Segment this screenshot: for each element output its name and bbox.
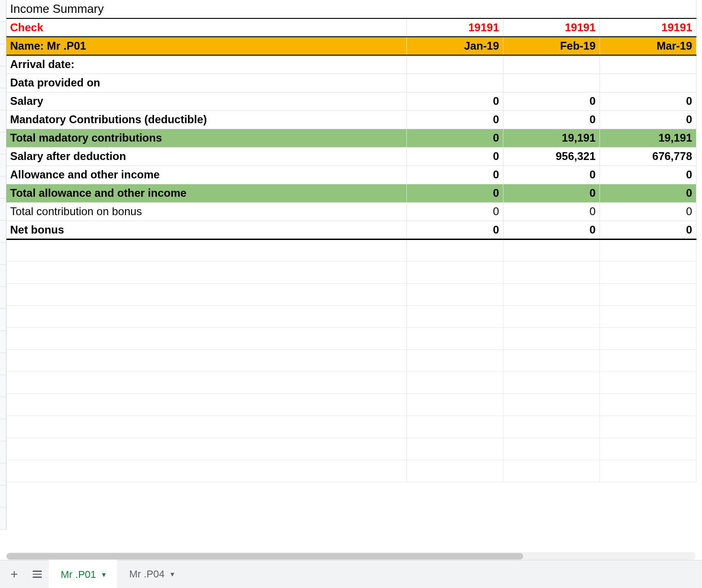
row-label-cell[interactable]: Total madatory contributions	[6, 129, 406, 147]
data-cell[interactable]: 0	[599, 221, 696, 239]
empty-cell[interactable]	[6, 327, 406, 349]
empty-cell[interactable]	[599, 416, 696, 438]
empty-cell[interactable]	[599, 283, 696, 305]
empty-cell[interactable]	[6, 239, 406, 261]
data-cell[interactable]: 0	[406, 129, 503, 147]
empty-cell[interactable]	[406, 394, 503, 416]
empty-cell[interactable]	[599, 349, 696, 371]
row-header[interactable]	[0, 132, 6, 154]
add-sheet-button[interactable]: +	[3, 564, 26, 584]
empty-cell[interactable]	[6, 438, 406, 460]
check-label-cell[interactable]: Check	[6, 18, 406, 37]
empty-cell[interactable]	[599, 371, 696, 394]
row-header[interactable]	[0, 331, 6, 353]
empty-cell[interactable]	[503, 327, 599, 349]
data-cell[interactable]: 0	[503, 92, 599, 110]
empty-cell[interactable]	[406, 371, 503, 394]
sheet-tab[interactable]: Mr .P04 ▼	[117, 560, 186, 588]
row-header[interactable]	[0, 88, 6, 110]
check-value-cell[interactable]: 19191	[503, 18, 599, 37]
empty-cell[interactable]	[406, 349, 503, 371]
row-label-cell[interactable]: Salary after deduction	[6, 147, 406, 166]
row-header[interactable]	[0, 441, 6, 463]
horizontal-scrollbar[interactable]	[6, 552, 696, 560]
spreadsheet-grid[interactable]: Income Summary Check 19191 19191 19191 N…	[6, 0, 696, 482]
empty-cell[interactable]	[503, 305, 599, 327]
data-cell[interactable]	[406, 74, 503, 92]
row-header[interactable]	[0, 265, 6, 287]
empty-cell[interactable]	[406, 239, 503, 261]
row-header[interactable]	[0, 22, 6, 44]
empty-cell[interactable]	[6, 305, 406, 327]
empty-cell[interactable]	[599, 438, 696, 460]
empty-cell[interactable]	[6, 371, 406, 394]
data-cell[interactable]: 0	[406, 184, 503, 202]
row-label-cell[interactable]: Allowance and other income	[6, 166, 406, 184]
row-header[interactable]	[0, 221, 6, 243]
data-cell[interactable]	[503, 55, 599, 74]
row-label-cell[interactable]: Mandatory Contributions (deductible)	[6, 110, 406, 129]
data-cell[interactable]: 0	[599, 166, 696, 184]
data-cell[interactable]: 0	[503, 184, 599, 202]
data-cell[interactable]: 0	[503, 166, 599, 184]
month-header-cell[interactable]: Feb-19	[503, 37, 599, 55]
row-header[interactable]	[0, 66, 6, 88]
sheet-tab-active[interactable]: Mr .P01 ▼	[49, 560, 117, 588]
empty-cell[interactable]	[503, 394, 599, 416]
empty-cell[interactable]	[6, 349, 406, 371]
data-cell[interactable]: 956,321	[503, 147, 599, 166]
row-header[interactable]	[0, 508, 6, 530]
data-cell[interactable]: 0	[599, 92, 696, 110]
data-cell[interactable]	[503, 74, 599, 92]
empty-cell[interactable]	[599, 327, 696, 349]
row-header[interactable]	[0, 419, 6, 441]
data-cell[interactable]: 676,778	[599, 147, 696, 166]
empty-cell[interactable]	[599, 460, 696, 482]
empty-cell[interactable]	[406, 305, 503, 327]
row-header[interactable]	[0, 177, 6, 199]
row-header[interactable]	[0, 243, 6, 265]
empty-cell[interactable]	[503, 283, 599, 305]
row-header[interactable]	[0, 309, 6, 331]
empty-cell[interactable]	[406, 283, 503, 305]
data-cell[interactable]: 0	[406, 92, 503, 110]
row-header[interactable]	[0, 375, 6, 397]
empty-cell[interactable]	[406, 261, 503, 283]
title-cell[interactable]: Income Summary	[6, 0, 696, 18]
row-header[interactable]	[0, 287, 6, 309]
data-cell[interactable]: 19,191	[503, 129, 599, 147]
empty-cell[interactable]	[503, 371, 599, 394]
empty-cell[interactable]	[599, 305, 696, 327]
empty-cell[interactable]	[6, 460, 406, 482]
row-header[interactable]	[0, 199, 6, 221]
empty-cell[interactable]	[503, 261, 599, 283]
empty-cell[interactable]	[406, 416, 503, 438]
data-cell[interactable]	[599, 55, 696, 74]
empty-cell[interactable]	[6, 283, 406, 305]
row-label-cell[interactable]: Net bonus	[6, 221, 406, 239]
data-cell[interactable]: 0	[406, 166, 503, 184]
row-label-cell[interactable]: Data provided on	[6, 74, 406, 92]
row-header[interactable]	[0, 44, 6, 66]
row-label-cell[interactable]: Arrival date:	[6, 55, 406, 74]
empty-cell[interactable]	[503, 460, 599, 482]
row-header[interactable]	[0, 353, 6, 375]
empty-cell[interactable]	[406, 327, 503, 349]
data-cell[interactable]: 0	[503, 221, 599, 239]
row-header[interactable]	[0, 463, 6, 485]
row-label-cell[interactable]: Total allowance and other income	[6, 184, 406, 202]
data-cell[interactable]: 0	[503, 202, 599, 221]
empty-cell[interactable]	[503, 349, 599, 371]
empty-cell[interactable]	[503, 438, 599, 460]
month-header-cell[interactable]: Mar-19	[599, 37, 696, 55]
empty-cell[interactable]	[503, 416, 599, 438]
row-header[interactable]	[0, 154, 6, 177]
data-cell[interactable]	[599, 74, 696, 92]
data-cell[interactable]: 19,191	[599, 129, 696, 147]
empty-cell[interactable]	[6, 261, 406, 283]
empty-cell[interactable]	[599, 239, 696, 261]
empty-cell[interactable]	[599, 261, 696, 283]
row-label-cell[interactable]: Total contribution on bonus	[6, 202, 406, 221]
data-cell[interactable]: 0	[406, 202, 503, 221]
data-cell[interactable]: 0	[599, 184, 696, 202]
